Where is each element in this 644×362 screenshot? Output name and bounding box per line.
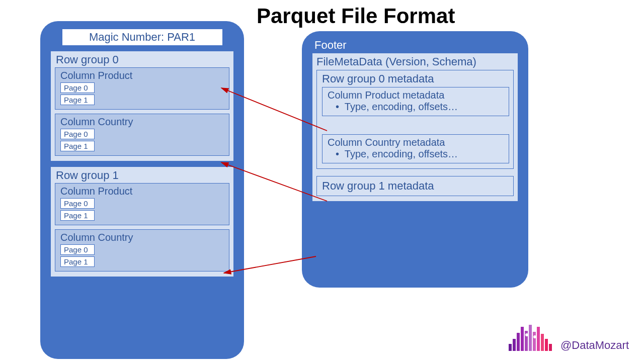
credit-handle: @DataMozart [560, 339, 629, 352]
column-label: Column Product [60, 186, 225, 197]
col-meta-detail: • Type, encoding, offsets… [328, 101, 505, 113]
footer-label: Footer [312, 39, 518, 52]
column-label: Column Country [60, 232, 225, 243]
svg-rect-8 [529, 325, 532, 351]
svg-point-15 [533, 335, 536, 338]
column-product-rg1: Column Product Page 0 Page 1 [55, 183, 229, 225]
col-meta-title: Column Country metadata [328, 137, 505, 148]
equalizer-logo-icon [509, 322, 556, 352]
file-meta-data: FileMetaData (Version, Schema) Row group… [312, 53, 518, 202]
col-meta-detail-text: Type, encoding, offsets… [345, 101, 458, 112]
bullet-icon: • [336, 101, 339, 112]
diagram-title: Parquet File Format [257, 4, 455, 28]
svg-rect-9 [533, 332, 536, 351]
column-country-rg1: Column Country Page 0 Page 1 [55, 229, 229, 272]
page-chip: Page 1 [60, 210, 95, 221]
page-chip: Page 0 [60, 244, 95, 255]
credit-block: @DataMozart [509, 322, 629, 352]
column-product-metadata: Column Product metadata • Type, encoding… [322, 87, 509, 116]
page-chip: Page 1 [60, 95, 95, 105]
page-chip: Page 1 [60, 141, 95, 151]
svg-rect-12 [545, 339, 548, 351]
svg-rect-11 [541, 334, 544, 351]
column-country-rg0: Column Country Page 0 Page 1 [55, 114, 229, 156]
col-meta-detail-text: Type, encoding, offsets… [345, 148, 458, 159]
row-group-0-metadata: Row group 0 metadata Column Product meta… [316, 70, 514, 169]
rg0-meta-label: Row group 0 metadata [322, 72, 509, 85]
column-country-metadata: Column Country metadata • Type, encoding… [322, 134, 509, 163]
row-group-1-label: Row group 1 [55, 169, 229, 183]
svg-rect-4 [513, 339, 516, 351]
column-label: Column Product [60, 70, 225, 81]
svg-rect-5 [517, 333, 520, 351]
file-meta-label: FileMetaData (Version, Schema) [316, 55, 514, 68]
col-meta-detail: • Type, encoding, offsets… [328, 148, 505, 160]
row-group-0-label: Row group 0 [55, 53, 229, 67]
page-chip: Page 0 [60, 129, 95, 139]
row-group-1: Row group 1 Column Product Page 0 Page 1… [50, 166, 234, 277]
column-label: Column Country [60, 116, 225, 128]
magic-number-header: Magic Number: PAR1 [62, 29, 223, 46]
svg-point-14 [525, 333, 528, 336]
row-group-0: Row group 0 Column Product Page 0 Page 1… [50, 51, 234, 161]
svg-rect-10 [537, 327, 540, 351]
row-group-1-metadata: Row group 1 metadata [316, 176, 514, 196]
bullet-icon: • [336, 148, 339, 159]
page-chip: Page 0 [60, 198, 95, 209]
column-product-rg0: Column Product Page 0 Page 1 [55, 67, 229, 110]
page-chip: Page 0 [60, 82, 95, 93]
page-chip: Page 1 [60, 256, 95, 267]
svg-rect-6 [521, 327, 524, 351]
parquet-footer: Footer FileMetaData (Version, Schema) Ro… [302, 31, 528, 288]
svg-rect-3 [509, 344, 512, 351]
svg-rect-13 [549, 344, 552, 351]
parquet-file-body: Magic Number: PAR1 Row group 0 Column Pr… [40, 21, 244, 359]
col-meta-title: Column Product metadata [328, 89, 505, 101]
